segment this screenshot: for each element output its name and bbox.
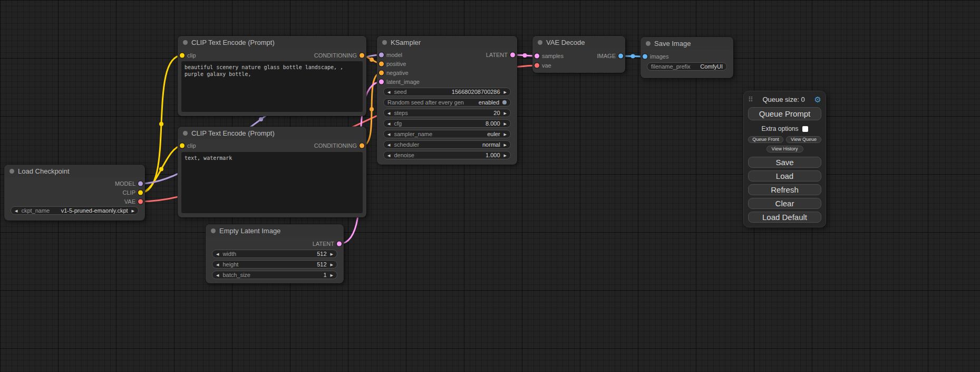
widget-sampler-name[interactable]: ◀ sampler_name euler ▶ bbox=[383, 130, 511, 138]
node-title-bar[interactable]: VAE Decode bbox=[532, 36, 625, 49]
input-slot-vae[interactable]: vae bbox=[532, 61, 625, 70]
node-title-bar[interactable]: Load Checkpoint bbox=[4, 165, 145, 177]
increment-arrow-icon[interactable]: ▶ bbox=[331, 252, 333, 256]
widget-denoise[interactable]: ◀ denoise 1.000 ▶ bbox=[383, 151, 511, 159]
node-status-dot-icon[interactable] bbox=[211, 228, 216, 233]
node-vae-decode[interactable]: VAE Decode samples IMAGE vae bbox=[532, 36, 625, 73]
settings-gear-icon[interactable]: ⚙ bbox=[814, 96, 821, 103]
output-slot-conditioning[interactable]: CONDITIONING bbox=[178, 51, 366, 60]
node-empty-latent-image[interactable]: Empty Latent Image LATENT ◀ width 512 ▶ … bbox=[206, 224, 344, 283]
prev-value-arrow-icon[interactable]: ◀ bbox=[387, 132, 390, 136]
output-port-vae[interactable] bbox=[138, 199, 143, 204]
widget-random-seed-toggle[interactable]: Random seed after every gen enabled bbox=[383, 98, 511, 107]
output-port-clip[interactable] bbox=[138, 190, 143, 195]
node-status-dot-icon[interactable] bbox=[646, 41, 651, 46]
input-slot-positive[interactable]: positive bbox=[377, 60, 517, 68]
input-port-negative[interactable] bbox=[379, 71, 384, 75]
decrement-arrow-icon[interactable]: ◀ bbox=[216, 252, 219, 256]
decrement-arrow-icon[interactable]: ◀ bbox=[387, 154, 390, 157]
refresh-button[interactable]: Refresh bbox=[748, 184, 821, 195]
increment-arrow-icon[interactable]: ▶ bbox=[504, 90, 507, 94]
widget-scheduler[interactable]: ◀ scheduler normal ▶ bbox=[383, 140, 511, 149]
node-title-bar[interactable]: Save Image bbox=[641, 37, 733, 50]
save-button[interactable]: Save bbox=[748, 157, 821, 168]
view-history-button[interactable]: View History bbox=[766, 146, 803, 152]
slot-label-negative: negative bbox=[386, 70, 409, 76]
graph-canvas[interactable]: Load Checkpoint MODEL CLIP VAE ◀ ckpt_na… bbox=[0, 0, 980, 372]
toggle-on-indicator-icon[interactable] bbox=[502, 100, 507, 104]
node-status-dot-icon[interactable] bbox=[183, 40, 188, 45]
output-slot-latent[interactable]: LATENT bbox=[206, 240, 344, 248]
next-value-arrow-icon[interactable]: ▶ bbox=[504, 132, 507, 136]
increment-arrow-icon[interactable]: ▶ bbox=[331, 263, 333, 266]
widget-ckpt-name[interactable]: ◀ ckpt_name v1-5-pruned-emaonly.ckpt ▶ bbox=[11, 206, 139, 215]
output-slot-latent[interactable]: LATENT bbox=[377, 51, 517, 59]
widget-width[interactable]: ◀ width 512 ▶ bbox=[212, 250, 337, 258]
output-slot-model[interactable]: MODEL bbox=[4, 179, 145, 188]
widget-label: denoise bbox=[394, 152, 414, 158]
node-title-bar[interactable]: CLIP Text Encode (Prompt) bbox=[178, 36, 366, 49]
node-title-bar[interactable]: CLIP Text Encode (Prompt) bbox=[178, 127, 366, 139]
node-title-bar[interactable]: Empty Latent Image bbox=[206, 224, 344, 237]
input-port-latent-image[interactable] bbox=[379, 80, 384, 84]
node-title-bar[interactable]: KSampler bbox=[377, 36, 517, 49]
increment-arrow-icon[interactable]: ▶ bbox=[504, 154, 507, 157]
widget-steps[interactable]: ◀ steps 20 ▶ bbox=[383, 109, 511, 117]
prev-value-arrow-icon[interactable]: ◀ bbox=[387, 143, 390, 147]
queue-prompt-button[interactable]: Queue Prompt bbox=[748, 107, 821, 120]
node-ksampler[interactable]: KSampler model LATENT positive negative … bbox=[377, 36, 517, 165]
next-value-arrow-icon[interactable]: ▶ bbox=[132, 209, 134, 213]
widget-seed[interactable]: ◀ seed 156680208700286 ▶ bbox=[383, 88, 511, 96]
input-port-positive[interactable] bbox=[379, 62, 384, 66]
decrement-arrow-icon[interactable]: ◀ bbox=[216, 273, 219, 277]
wire-clip-to-positive-prompt bbox=[141, 55, 182, 193]
input-port-images[interactable] bbox=[643, 54, 647, 59]
output-port-conditioning[interactable] bbox=[360, 53, 364, 58]
input-slot-images[interactable]: images bbox=[641, 52, 733, 61]
widget-height[interactable]: ◀ height 512 ▶ bbox=[212, 260, 337, 269]
node-status-dot-icon[interactable] bbox=[9, 169, 14, 174]
node-clip-text-encode-negative[interactable]: CLIP Text Encode (Prompt) clip CONDITION… bbox=[178, 127, 366, 217]
widget-batch-size[interactable]: ◀ batch_size 1 ▶ bbox=[212, 271, 337, 279]
menu-header: ⠿ Queue size: 0 ⚙ bbox=[748, 96, 821, 103]
positive-prompt-textarea[interactable]: beautiful scenery nature glass bottle la… bbox=[181, 61, 363, 112]
next-value-arrow-icon[interactable]: ▶ bbox=[504, 143, 507, 147]
view-queue-button[interactable]: View Queue bbox=[786, 136, 821, 143]
node-status-dot-icon[interactable] bbox=[538, 40, 542, 45]
increment-arrow-icon[interactable]: ▶ bbox=[504, 122, 507, 126]
node-title: KSampler bbox=[391, 39, 421, 46]
output-port-image[interactable] bbox=[618, 54, 623, 59]
node-save-image[interactable]: Save Image images filename_prefix ComfyU… bbox=[641, 37, 733, 78]
load-button[interactable]: Load bbox=[748, 170, 821, 182]
widget-cfg[interactable]: ◀ cfg 8.000 ▶ bbox=[383, 119, 511, 128]
load-default-button[interactable]: Load Default bbox=[748, 212, 821, 223]
output-port-latent[interactable] bbox=[510, 53, 515, 58]
extra-options-checkbox[interactable] bbox=[802, 126, 808, 132]
drag-handle-icon[interactable]: ⠿ bbox=[748, 96, 753, 103]
prev-value-arrow-icon[interactable]: ◀ bbox=[15, 209, 17, 213]
input-port-vae[interactable] bbox=[535, 63, 539, 68]
node-status-dot-icon[interactable] bbox=[183, 131, 188, 136]
node-load-checkpoint[interactable]: Load Checkpoint MODEL CLIP VAE ◀ ckpt_na… bbox=[4, 165, 145, 221]
decrement-arrow-icon[interactable]: ◀ bbox=[387, 122, 390, 126]
increment-arrow-icon[interactable]: ▶ bbox=[504, 111, 507, 115]
widget-filename-prefix[interactable]: filename_prefix ComfyUI bbox=[647, 62, 727, 71]
decrement-arrow-icon[interactable]: ◀ bbox=[387, 111, 390, 115]
input-slot-latent-image[interactable]: latent_image bbox=[377, 78, 517, 86]
node-clip-text-encode-positive[interactable]: CLIP Text Encode (Prompt) clip CONDITION… bbox=[178, 36, 366, 116]
node-status-dot-icon[interactable] bbox=[382, 40, 387, 45]
decrement-arrow-icon[interactable]: ◀ bbox=[387, 90, 390, 94]
output-slot-vae[interactable]: VAE bbox=[4, 197, 145, 206]
output-slot-clip[interactable]: CLIP bbox=[4, 188, 145, 197]
output-slot-conditioning[interactable]: CONDITIONING bbox=[178, 141, 366, 150]
output-port-conditioning[interactable] bbox=[360, 144, 364, 148]
clear-button[interactable]: Clear bbox=[748, 198, 821, 209]
input-slot-negative[interactable]: negative bbox=[377, 69, 517, 77]
output-port-latent[interactable] bbox=[337, 242, 342, 246]
output-port-model[interactable] bbox=[138, 182, 143, 186]
output-slot-image[interactable]: IMAGE bbox=[532, 52, 625, 60]
queue-front-button[interactable]: Queue Front bbox=[748, 136, 783, 143]
increment-arrow-icon[interactable]: ▶ bbox=[331, 273, 333, 277]
decrement-arrow-icon[interactable]: ◀ bbox=[216, 263, 219, 266]
negative-prompt-textarea[interactable]: text, watermark bbox=[181, 152, 363, 213]
